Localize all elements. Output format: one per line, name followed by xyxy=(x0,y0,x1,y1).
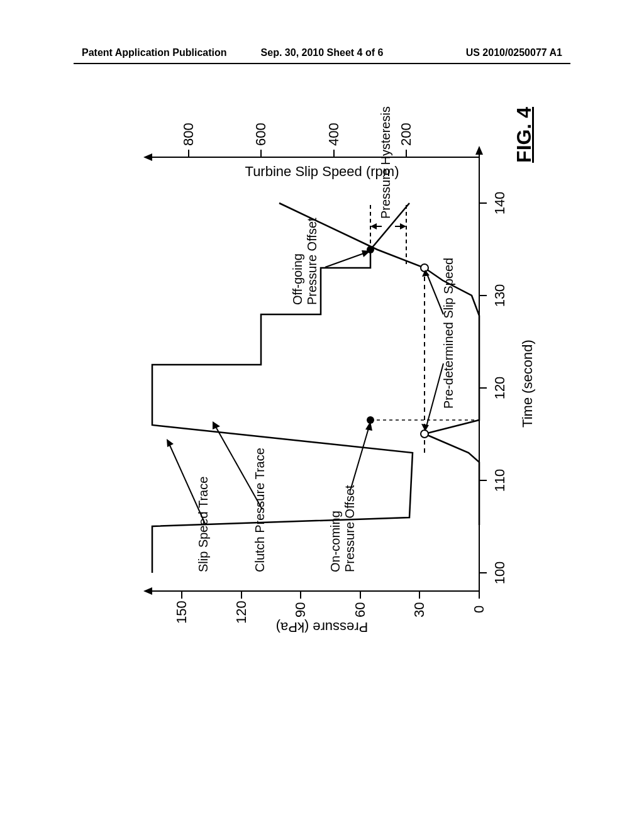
chart-svg xyxy=(102,101,542,667)
figure-chart: Pressure (kPa) Turbine Slip Speed (rpm) … xyxy=(102,101,542,667)
annot-predetermined-slip: Pre-determined Slip Speed xyxy=(441,258,456,409)
annot-slip-speed-trace: Slip Speed Trace xyxy=(196,477,211,572)
yl-tick-90: 90 xyxy=(292,602,309,617)
svg-marker-24 xyxy=(370,223,377,230)
header-left: Patent Application Publication xyxy=(82,47,227,58)
annot-offgoing-offset: Off-going Pressure Offset xyxy=(291,218,319,305)
svg-line-39 xyxy=(325,253,365,267)
y-axis-left-label: Pressure (kPa) xyxy=(276,619,369,635)
x-tick-140: 140 xyxy=(492,192,508,215)
svg-marker-3 xyxy=(143,153,152,161)
svg-marker-1 xyxy=(143,587,152,595)
x-tick-130: 130 xyxy=(492,284,508,307)
svg-point-29 xyxy=(421,430,428,438)
yl-tick-150: 150 xyxy=(174,600,190,624)
yr-tick-600: 600 xyxy=(253,123,269,146)
header-divider xyxy=(74,63,570,64)
svg-line-41 xyxy=(426,363,443,426)
svg-marker-40 xyxy=(362,250,370,257)
header-right: US 2010/0250077 A1 xyxy=(466,47,562,58)
x-axis-label: Time (second) xyxy=(519,340,536,428)
x-tick-100: 100 xyxy=(492,562,508,585)
yl-tick-120: 120 xyxy=(233,600,250,624)
svg-line-37 xyxy=(350,426,369,490)
yr-tick-200: 200 xyxy=(398,123,414,146)
annot-clutch-pressure-trace: Clutch Pressure Trace xyxy=(253,448,267,572)
yr-tick-400: 400 xyxy=(326,123,342,146)
svg-point-30 xyxy=(421,264,428,272)
yl-tick-60: 60 xyxy=(352,602,369,617)
yl-tick-30: 30 xyxy=(411,602,428,617)
header-center: Sep. 30, 2010 Sheet 4 of 6 xyxy=(261,47,384,58)
x-tick-110: 110 xyxy=(492,469,508,492)
figure-label: FIG. 4 xyxy=(513,107,536,163)
svg-marker-5 xyxy=(475,146,483,155)
svg-marker-26 xyxy=(400,223,406,230)
annot-pressure-hysteresis: Pressure Hysteresis xyxy=(379,106,393,219)
yr-tick-800: 800 xyxy=(180,123,197,146)
x-tick-120: 120 xyxy=(492,377,508,400)
yl-tick-0: 0 xyxy=(471,606,487,613)
annot-oncoming-offset: On-coming Pressure Offset xyxy=(328,485,357,572)
page-header: Patent Application Publication Sep. 30, … xyxy=(0,47,644,58)
y-axis-right-label: Turbine Slip Speed (rpm) xyxy=(245,163,399,179)
